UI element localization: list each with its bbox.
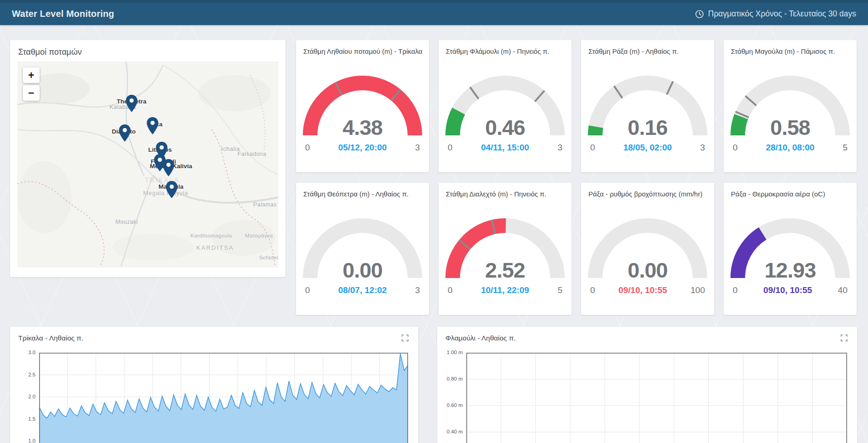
y-axis-label: 3.0 xyxy=(12,350,36,355)
gauge-panel: Στάθμη Ράξα (m) - Ληθαίος π.0.16018/05, … xyxy=(581,40,714,172)
gauge: 0.00 xyxy=(587,218,708,278)
map-place-label: Farkadona xyxy=(237,151,266,157)
gauge-panel: Ράξα - Θερμοκρασία αέρα (oC)12.93009/10,… xyxy=(724,183,857,315)
gauge-title: Στάθμη Μαγούλα (m) - Πάμισος π. xyxy=(724,40,857,55)
gauge-timestamp: 04/11, 15:00 xyxy=(481,143,529,153)
map-panel: Σταθμοί ποταμών + − KalabakaIchaliaFarka… xyxy=(10,40,286,277)
gauge-value: 0.46 xyxy=(445,115,565,140)
gauge: 2.52 xyxy=(445,218,565,278)
expand-icon[interactable] xyxy=(400,333,410,343)
gauge: 0.16 xyxy=(587,75,708,135)
map-zoom-in-button[interactable]: + xyxy=(23,67,40,83)
y-axis-label: 2.0 xyxy=(12,394,36,399)
gauge-value: 0.00 xyxy=(587,258,708,283)
basemap-graphics xyxy=(17,62,278,266)
map-zoom-control: + − xyxy=(23,67,40,101)
top-navbar: Water Level Monitoring Πραγματικός Χρόνο… xyxy=(0,0,868,25)
chart-plot-area xyxy=(466,353,847,443)
gauge-range-row: 009/10, 10:55100 xyxy=(587,285,709,295)
gauge-title: Ράξα - ρυθμός βροχόπτωσης (mm/hr) xyxy=(581,183,714,198)
gauge: 4.38 xyxy=(302,75,423,135)
gauge-timestamp: 08/07, 12:02 xyxy=(338,285,387,295)
chart-title: Φλαμούλι - Ληθαίος π. xyxy=(445,334,516,342)
gauge-value: 0.16 xyxy=(587,115,708,140)
gauge-value: 0.00 xyxy=(302,258,423,283)
map-zoom-out-button[interactable]: − xyxy=(23,85,40,101)
gauge-min-label: 0 xyxy=(590,285,595,295)
gauge-min-label: 0 xyxy=(305,285,310,295)
gauge-max-label: 5 xyxy=(557,285,562,295)
map-place-label: Sofades xyxy=(259,255,278,260)
gauge-title: Ράξα - Θερμοκρασία αέρα (oC) xyxy=(724,183,857,198)
gauge-title: Στάθμη Ληθαίου ποταμού (m) - Τρίκαλα xyxy=(296,40,429,55)
gauge-value: 2.52 xyxy=(445,258,565,283)
gauge-panel: Στάθμη Θεόπετρα (m) - Ληθαίος π.0.00008/… xyxy=(296,183,429,315)
map-pin-icon[interactable] xyxy=(166,181,178,198)
y-axis-label: 1.0 xyxy=(12,438,36,443)
gauge: 0.46 xyxy=(445,75,565,135)
expand-icon[interactable] xyxy=(839,333,849,343)
chart-plot-area xyxy=(39,353,408,443)
gauge-timestamp: 05/12, 20:00 xyxy=(338,143,387,153)
gauge-timestamp: 09/10, 10:55 xyxy=(763,285,812,295)
gauge-min-label: 0 xyxy=(590,143,595,153)
map-pin-icon[interactable] xyxy=(125,95,138,112)
gauge-max-label: 3 xyxy=(700,143,705,153)
map-place-label: Mouzaki xyxy=(115,219,138,225)
gauge-title: Στάθμη Θεόπετρα (m) - Ληθαίος π. xyxy=(296,183,429,198)
map-pin-icon[interactable] xyxy=(146,117,158,134)
gauge-max-label: 100 xyxy=(690,285,705,295)
gauge-range-row: 009/10, 10:5540 xyxy=(729,285,851,295)
gauge-range-row: 010/11, 22:095 xyxy=(444,285,566,295)
gauge: 12.93 xyxy=(730,218,850,278)
gauge-max-label: 40 xyxy=(838,285,848,295)
gauge-min-label: 0 xyxy=(733,143,738,153)
timeseries-panel-trikala: Τρίκαλα - Ληθαίος π. 3.02.52.01.51.0 xyxy=(10,327,418,443)
gauge-panel: Ράξα - ρυθμός βροχόπτωσης (mm/hr)0.00009… xyxy=(581,183,714,315)
gauge-panel: Στάθμη Διαλεχτό (m) - Πηνειός π.2.52010/… xyxy=(439,183,572,315)
y-axis-label: 0.80 m xyxy=(439,376,463,381)
time-range-label: Πραγματικός Χρόνος - Τελευταίος 30 days xyxy=(708,9,856,19)
gauge-timestamp: 09/10, 10:55 xyxy=(618,285,667,295)
gauge-timestamp: 28/10, 08:00 xyxy=(766,143,815,153)
app-title: Water Level Monitoring xyxy=(12,9,114,19)
y-axis-label: 2.5 xyxy=(12,372,36,377)
gauge-panel: Στάθμη Φλάμουλι (m) - Πηνειός π.0.46004/… xyxy=(439,40,572,172)
gauge-range-row: 005/12, 20:003 xyxy=(301,143,424,153)
gauge-range-row: 004/11, 15:003 xyxy=(444,143,566,153)
gauge-value: 0.58 xyxy=(730,115,850,140)
gauge-title: Στάθμη Διαλεχτό (m) - Πηνειός π. xyxy=(439,183,572,198)
timeseries-panel-flamouli: Φλαμούλι - Ληθαίος π. 1.00 m0.80 m0.60 m… xyxy=(437,327,857,443)
gauge-timestamp: 18/05, 02:00 xyxy=(623,143,672,153)
gauge: 0.00 xyxy=(302,218,423,278)
clock-icon xyxy=(695,10,704,19)
gauge-min-label: 0 xyxy=(305,143,310,153)
map-place-label: Palamas xyxy=(253,201,276,208)
gauge-value: 12.93 xyxy=(730,258,850,283)
gauge-min-label: 0 xyxy=(733,285,738,295)
gauge-timestamp: 10/11, 22:09 xyxy=(481,285,529,295)
gauge-grid: Στάθμη Ληθαίου ποταμού (m) - Τρίκαλα4.38… xyxy=(296,40,857,315)
chart-title: Τρίκαλα - Ληθαίος π. xyxy=(18,334,83,342)
gauge-max-label: 3 xyxy=(415,285,420,295)
time-range-picker[interactable]: Πραγματικός Χρόνος - Τελευταίος 30 days xyxy=(695,9,856,19)
map-place-label: Ματαράγκα xyxy=(245,233,273,238)
gauge-range-row: 008/07, 12:023 xyxy=(301,285,424,295)
chart-canvas xyxy=(39,353,408,443)
gauge-panel: Στάθμη Μαγούλα (m) - Πάμισος π.0.58028/1… xyxy=(724,40,857,172)
map-canvas[interactable]: + − KalabakaIchaliaFarkadonaTRIKALAMegal… xyxy=(17,62,278,268)
map-panel-title: Σταθμοί ποταμών xyxy=(18,47,278,57)
chart-canvas xyxy=(466,353,847,443)
map-place-label: KARDITSA xyxy=(196,244,234,251)
gauge-range-row: 018/05, 02:003 xyxy=(587,143,709,153)
gauge-min-label: 0 xyxy=(448,143,453,153)
gauge-max-label: 5 xyxy=(842,143,848,153)
gauge-title: Στάθμη Ράξα (m) - Ληθαίος π. xyxy=(581,40,714,55)
gauge-range-row: 028/10, 08:005 xyxy=(729,143,851,153)
gauge-min-label: 0 xyxy=(448,285,453,295)
map-pin-icon[interactable] xyxy=(118,124,131,142)
y-axis-label: 1.5 xyxy=(12,416,36,422)
gauge-max-label: 3 xyxy=(415,143,420,153)
map-pin-icon[interactable] xyxy=(162,159,174,176)
map-place-label: Karditsomagoula xyxy=(190,233,232,238)
